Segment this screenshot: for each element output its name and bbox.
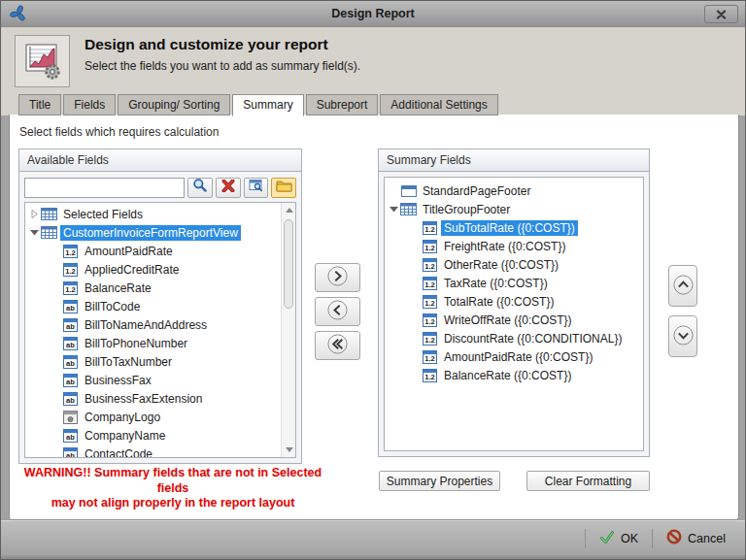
tree-item-label: TotalRate ({0:COST}) bbox=[441, 294, 557, 310]
tree-item-label: BillToNameAndAddress bbox=[82, 317, 210, 333]
tree-item-totalrate[interactable]: 1.2TotalRate ({0:COST}) bbox=[387, 292, 641, 311]
chevron-right-icon bbox=[326, 265, 349, 290]
tree-item-companylogo[interactable]: CompanyLogo bbox=[27, 408, 279, 426]
svg-text:1.2: 1.2 bbox=[65, 267, 75, 276]
tree-item-label: CompanyLogo bbox=[82, 410, 163, 425]
folder-button[interactable] bbox=[271, 178, 296, 198]
footer-separator bbox=[585, 529, 586, 548]
tree-item-freightrate[interactable]: 1.2FreightRate ({0:COST}) bbox=[387, 237, 641, 255]
expanded-arrow-icon[interactable] bbox=[387, 205, 400, 214]
svg-text:1.2: 1.2 bbox=[424, 244, 434, 252]
move-up-button[interactable] bbox=[668, 265, 697, 307]
scrollbar-thumb[interactable] bbox=[284, 219, 293, 309]
table-field-icon bbox=[41, 226, 57, 239]
expanded-arrow-icon[interactable] bbox=[27, 228, 41, 237]
svg-text:1.2: 1.2 bbox=[424, 317, 434, 326]
tree-item-amountpaidrate[interactable]: 1.2AmountPaidRate ({0:COST}) bbox=[387, 347, 641, 366]
svg-text:1.2: 1.2 bbox=[424, 354, 434, 363]
window-title: Design Report bbox=[1, 7, 745, 20]
tree-item-balancerate[interactable]: 1.2BalanceRate ({0:COST}) bbox=[387, 366, 641, 384]
summary-fields-tree: StandardPageFooterTitleGroupFooter1.2Sub… bbox=[384, 177, 644, 451]
chevron-down-icon bbox=[672, 324, 695, 349]
tab-title[interactable]: Title bbox=[18, 94, 61, 115]
tree-item-label: BillToTaxNumber bbox=[82, 354, 175, 370]
dialog-subheading: Select the fields you want to add as sum… bbox=[85, 59, 360, 73]
tree-item-businessfax[interactable]: abBusinessFax bbox=[27, 371, 279, 389]
search-icon bbox=[192, 178, 208, 197]
search-button[interactable] bbox=[187, 178, 213, 198]
tree-item-label: CompanyName bbox=[82, 428, 168, 444]
tree-item-titlegroupfooter[interactable]: TitleGroupFooter bbox=[387, 200, 641, 218]
summary-fields-panel: Summary Fields StandardPageFooterTitleGr… bbox=[378, 148, 650, 457]
tab-additional-settings[interactable]: Additional Settings bbox=[380, 94, 497, 115]
check-icon bbox=[599, 530, 615, 547]
tree-item-label: CustomerInvoiceFormReportView bbox=[60, 225, 241, 241]
vertical-scrollbar[interactable] bbox=[281, 203, 295, 457]
tab-summary[interactable]: Summary bbox=[232, 94, 303, 116]
move-left-button[interactable] bbox=[315, 297, 360, 326]
numeric-field-icon: 1.2 bbox=[422, 313, 438, 327]
ok-button[interactable]: OK bbox=[588, 526, 650, 551]
tree-item-label: BusinessFax bbox=[82, 373, 154, 388]
tree-item-label: TaxRate ({0:COST}) bbox=[441, 276, 551, 291]
tree-item-label: StandardPageFooter bbox=[420, 183, 533, 199]
instruction-label: Select fields which requires calculation bbox=[19, 125, 219, 139]
svg-text:ab: ab bbox=[66, 304, 75, 313]
tree-item-amountpaidrate[interactable]: 1.2AmountPaidRate bbox=[27, 242, 279, 260]
preview-icon bbox=[249, 179, 263, 196]
numeric-field-icon: 1.2 bbox=[62, 263, 79, 277]
table-field-icon bbox=[400, 203, 417, 215]
move-right-button[interactable] bbox=[315, 263, 360, 292]
cancel-button[interactable]: Cancel bbox=[655, 526, 737, 551]
tree-item-standardpagefooter[interactable]: StandardPageFooter bbox=[387, 181, 641, 200]
tree-item-label: FreightRate ({0:COST}) bbox=[441, 239, 568, 254]
text-field-icon: ab bbox=[62, 318, 79, 332]
field-search-input[interactable] bbox=[24, 178, 185, 198]
tab-subreport[interactable]: Subreport bbox=[306, 94, 379, 115]
window-field-icon bbox=[400, 185, 417, 197]
svg-text:1.2: 1.2 bbox=[424, 225, 434, 234]
tab-grouping-sorting[interactable]: Grouping/ Sorting bbox=[118, 94, 230, 115]
scroll-down-icon[interactable] bbox=[282, 443, 296, 457]
tree-item-appliedcreditrate[interactable]: 1.2AppliedCreditRate bbox=[27, 260, 279, 279]
image-field-icon bbox=[62, 411, 79, 424]
move-down-button[interactable] bbox=[668, 315, 697, 357]
tree-item-writeoffrate[interactable]: 1.2WriteOffRate ({0:COST}) bbox=[387, 311, 641, 329]
clear-formatting-button[interactable]: Clear Formatting bbox=[526, 471, 650, 491]
tree-item-billtocode[interactable]: abBillToCode bbox=[27, 297, 279, 315]
double-chevron-left-icon bbox=[326, 333, 349, 358]
tree-item-subtotalrate[interactable]: 1.2SubTotalRate ({0:COST}) bbox=[387, 218, 641, 237]
tab-fields[interactable]: Fields bbox=[63, 94, 116, 115]
close-button[interactable] bbox=[704, 5, 738, 23]
tree-item-balancerate[interactable]: 1.2BalanceRate bbox=[27, 279, 279, 297]
tree-item-label: AmountPaidRate ({0:COST}) bbox=[441, 349, 595, 365]
tree-item-billtophonenumber[interactable]: abBillToPhoneNumber bbox=[27, 334, 279, 352]
numeric-field-icon: 1.2 bbox=[422, 258, 438, 272]
tree-item-contactcode[interactable]: abContactCode bbox=[27, 445, 279, 458]
preview-button[interactable] bbox=[244, 178, 269, 198]
tree-item-discountrate[interactable]: 1.2DiscountRate ({0:CONDITIONAL}) bbox=[387, 329, 641, 347]
tree-item-billtotaxnumber[interactable]: abBillToTaxNumber bbox=[27, 352, 279, 371]
tree-item-billtonameandaddress[interactable]: abBillToNameAndAddress bbox=[27, 315, 279, 334]
svg-text:1.2: 1.2 bbox=[424, 280, 434, 289]
collapsed-arrow-icon[interactable] bbox=[27, 209, 41, 219]
tree-item-taxrate[interactable]: 1.2TaxRate ({0:COST}) bbox=[387, 274, 641, 292]
tree-item-label: BalanceRate ({0:COST}) bbox=[441, 368, 574, 383]
tree-item-label: BalanceRate bbox=[82, 280, 154, 296]
tree-item-companyname[interactable]: abCompanyName bbox=[27, 426, 279, 445]
summary-properties-button[interactable]: Summary Properties bbox=[379, 471, 500, 491]
dialog-heading: Design and customize your report bbox=[85, 36, 328, 53]
scroll-up-icon[interactable] bbox=[282, 203, 296, 217]
svg-text:ab: ab bbox=[66, 396, 75, 405]
tree-item-selected[interactable]: Selected Fields bbox=[27, 205, 279, 223]
clear-search-button[interactable] bbox=[216, 178, 241, 198]
move-all-left-button[interactable] bbox=[315, 331, 360, 360]
svg-text:1.2: 1.2 bbox=[65, 248, 75, 257]
tree-item-otherrate[interactable]: 1.2OtherRate ({0:COST}) bbox=[387, 255, 641, 274]
tree-item-customerinvoiceformreportview[interactable]: CustomerInvoiceFormReportView bbox=[27, 223, 279, 242]
text-field-icon: ab bbox=[62, 374, 79, 387]
tree-item-label: TitleGroupFooter bbox=[420, 202, 513, 217]
tree-item-businessfaxextension[interactable]: abBusinessFaxExtension bbox=[27, 389, 279, 408]
tree-item-label: Selected Fields bbox=[60, 207, 146, 222]
numeric-field-icon: 1.2 bbox=[422, 277, 438, 290]
